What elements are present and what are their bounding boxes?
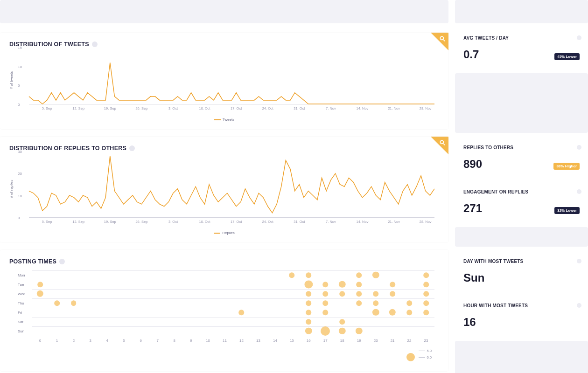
hour-tick: 18 (340, 338, 344, 343)
day-label: Sun (18, 329, 30, 333)
posting-bubble[interactable] (306, 272, 312, 278)
hour-tick: 14 (273, 338, 277, 343)
panel-distribution-tweets: DISTRIBUTION OF TWEETS # of tweets 05101… (0, 33, 448, 129)
replies-chart: # of replies 0102030 5. Sep12. Sep19. Se… (18, 152, 434, 226)
panel-title: DISTRIBUTION OF REPLIES TO OTHERS (9, 145, 126, 152)
posting-bubble[interactable] (356, 300, 362, 306)
posting-bubble[interactable] (356, 272, 362, 278)
day-label: Sat (18, 320, 30, 324)
right-gap (455, 73, 588, 133)
right-gap (455, 227, 588, 247)
panel-title: POSTING TIMES (9, 258, 56, 265)
posting-bubble[interactable] (406, 300, 412, 306)
x-tick: 10. Oct (199, 106, 210, 111)
info-icon[interactable] (577, 145, 581, 150)
posting-bubble[interactable] (322, 300, 328, 306)
tweets-chart: # of tweets 051015 5. Sep12. Sep19. Sep2… (18, 48, 434, 113)
x-tick: 3. Oct (168, 220, 178, 224)
svg-line-3 (443, 144, 445, 145)
posting-bubble[interactable] (390, 291, 395, 297)
posting-bubble[interactable] (322, 310, 328, 315)
posting-bubble[interactable] (322, 282, 328, 287)
pt-row (32, 317, 434, 327)
posting-times-chart: MonTueWedThuFriSatSun 012345678910111213… (18, 270, 434, 364)
x-tick: 31. Oct (294, 220, 305, 224)
posting-bubble[interactable] (322, 291, 328, 297)
stat-label: HOUR WITH MOST TWEETS (463, 303, 580, 308)
posting-bubble[interactable] (356, 282, 362, 287)
posting-bubble[interactable] (423, 310, 429, 315)
stat-day-most-tweets: DAY WITH MOST TWEETS Sun (455, 252, 588, 291)
stat-badge: 36% Higher (553, 163, 580, 170)
posting-bubble[interactable] (373, 300, 378, 306)
info-icon[interactable] (577, 303, 581, 308)
info-icon[interactable] (577, 35, 581, 40)
posting-bubble[interactable] (406, 310, 412, 315)
posting-bubble[interactable] (373, 291, 378, 297)
hour-tick: 2 (73, 338, 75, 343)
svg-point-0 (440, 36, 443, 40)
x-tick: 21. Nov (388, 106, 400, 111)
x-tick: 14. Nov (357, 106, 369, 111)
info-icon[interactable] (59, 259, 65, 264)
right-gap (455, 341, 588, 373)
y-axis-label: # of replies (9, 180, 14, 198)
info-icon[interactable] (129, 145, 135, 151)
search-icon[interactable] (439, 139, 446, 147)
hour-tick: 22 (407, 338, 412, 343)
hour-tick: 11 (223, 338, 227, 343)
hour-tick: 4 (106, 338, 108, 343)
hour-tick: 12 (239, 338, 244, 343)
posting-bubble[interactable] (339, 319, 345, 325)
info-icon[interactable] (577, 259, 581, 263)
top-gap (0, 0, 448, 23)
y-tick: 15 (18, 46, 22, 50)
posting-bubble[interactable] (423, 282, 429, 287)
posting-bubble[interactable] (339, 291, 345, 297)
hour-tick: 9 (190, 338, 192, 343)
info-icon[interactable] (92, 41, 98, 47)
hour-tick: 7 (156, 338, 158, 343)
x-tick: 3. Oct (168, 106, 178, 111)
posting-bubble[interactable] (423, 272, 429, 278)
x-tick: 28. Nov (420, 106, 432, 111)
posting-bubble[interactable] (423, 291, 429, 297)
x-tick: 19. Sep (104, 220, 116, 224)
posting-bubble[interactable] (54, 300, 60, 306)
stat-label: AVG TWEETS / DAY (463, 35, 580, 41)
hour-tick: 13 (256, 338, 260, 343)
posting-bubble[interactable] (289, 272, 295, 278)
stat-value: 271 (463, 203, 482, 214)
x-tick: 24. Oct (262, 220, 273, 224)
posting-bubble[interactable] (71, 300, 77, 306)
x-tick: 7. Nov (326, 220, 336, 224)
stat-value: 16 (463, 317, 476, 328)
posting-bubble[interactable] (239, 310, 245, 315)
day-label: Fri (18, 311, 30, 315)
y-axis-label: # of tweets (9, 71, 14, 90)
x-tick: 7. Nov (326, 106, 336, 111)
posting-bubble[interactable] (306, 300, 312, 306)
x-tick: 31. Oct (294, 106, 305, 111)
stat-engagement-replies: ENGAGEMENT ON REPLIES 271 32% Lower (455, 183, 588, 221)
stat-value: 890 (463, 159, 482, 170)
posting-bubble[interactable] (37, 282, 43, 287)
posting-bubble[interactable] (390, 282, 395, 287)
posting-bubble[interactable] (356, 291, 362, 297)
posting-bubble[interactable] (306, 310, 312, 315)
posting-bubble[interactable] (321, 326, 330, 336)
svg-point-2 (440, 140, 443, 144)
hour-tick: 6 (140, 338, 141, 343)
posting-bubble[interactable] (306, 319, 312, 325)
bubble-legend: 5.0 0.0 (406, 349, 432, 361)
info-icon[interactable] (577, 189, 581, 194)
stat-hour-most-tweets: HOUR WITH MOST TWEETS 16 (455, 297, 588, 335)
search-icon[interactable] (439, 35, 446, 43)
posting-bubble[interactable] (423, 300, 429, 306)
hour-tick: 8 (173, 338, 175, 343)
posting-bubble[interactable] (306, 291, 312, 297)
x-tick: 17. Oct (231, 220, 242, 224)
hour-tick: 19 (357, 338, 361, 343)
stat-label: DAY WITH MOST TWEETS (463, 259, 580, 264)
day-label: Mon (18, 273, 30, 277)
